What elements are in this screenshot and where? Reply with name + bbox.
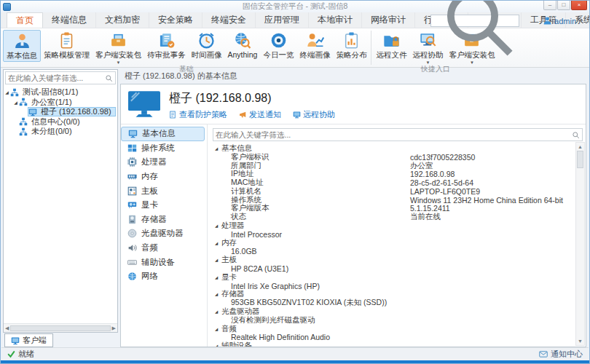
scroll-up-icon[interactable]: ▲	[578, 143, 583, 151]
expander-icon[interactable]: ◢	[211, 292, 221, 296]
user-icon	[543, 16, 552, 25]
expander-icon[interactable]: ◢	[211, 223, 221, 228]
expander-icon[interactable]: ◢	[211, 327, 221, 331]
app-window: 固信安全管控平台 - 测试-固信8 – □ × 首页 终端信息 文档加密 安全策…	[0, 0, 590, 364]
maximize-button[interactable]: □	[557, 1, 570, 10]
vertical-scrollbar[interactable]: ▲ ▼	[575, 142, 585, 346]
detail-row[interactable]: ◢ 显卡	[211, 273, 573, 282]
nav-gpu[interactable]: 显卡	[121, 198, 205, 213]
menu-tab[interactable]: 终端信息	[43, 12, 96, 28]
device-title: 橙子 (192.168.0.98)	[169, 91, 335, 106]
send-notification-link[interactable]: 发送通知	[239, 109, 281, 120]
nav-aux-devices[interactable]: 辅助设备	[121, 255, 205, 269]
expander-icon[interactable]: ◢	[211, 344, 221, 347]
menu-tab[interactable]: 安全策略	[149, 12, 202, 28]
expander-icon[interactable]: ◢	[4, 90, 10, 95]
device-tree: ◢ 测试-固信8(1/1) ◢ 办公室(1/1) 橙子 (192.168.0.9…	[4, 86, 117, 323]
detail-row[interactable]: ◢ Intel Processor	[211, 230, 573, 239]
menu-tab[interactable]: 文档加密	[96, 12, 149, 28]
expander-icon[interactable]: ◢	[211, 146, 221, 151]
details-filter-box[interactable]	[213, 128, 583, 141]
tree-node-ungrouped[interactable]: 未分组(0/0)	[4, 127, 117, 137]
detail-row[interactable]: ◢ 辅助设备	[211, 341, 573, 347]
tree-filter-box[interactable]	[5, 71, 116, 84]
nav-os[interactable]: 操作系统	[121, 141, 205, 156]
globe-search-icon	[233, 31, 251, 50]
nav-motherboard[interactable]: 主板	[121, 183, 205, 198]
ribbon-today-overview-button[interactable]: 今日一览	[260, 30, 296, 60]
detail-label: Realtek High Definition Audio	[231, 333, 410, 341]
detail-row[interactable]: ◢ HP 8C2A (U3E1)	[211, 264, 573, 273]
ribbon-client-installer-button[interactable]: 客户端安装包 ▼	[93, 30, 144, 65]
menu-tab[interactable]: 本地审计	[309, 12, 362, 28]
scroll-left-icon[interactable]: ◀	[5, 325, 9, 331]
ribbon-pending-approvals-button[interactable]: 待审批事务	[144, 30, 189, 60]
disc-icon	[127, 229, 137, 238]
tree-node-info-center[interactable]: 信息中心(0/0)	[4, 117, 117, 127]
user-menu[interactable]: admin ▼	[543, 15, 583, 27]
chart-clipboard-icon	[342, 31, 361, 50]
monitor-search-icon	[419, 31, 437, 50]
detail-row[interactable]: ◢ 16.0GB	[211, 248, 573, 256]
tree-node-office[interactable]: ◢ 办公室(1/1)	[4, 98, 117, 108]
details-list: ◢ 基本信息 ◢ 客户端标识 cdc13f7005228350	[211, 144, 573, 347]
minimize-button[interactable]: –	[543, 1, 556, 10]
disk-icon	[127, 215, 137, 224]
scroll-down-icon[interactable]: ▼	[578, 337, 583, 345]
detail-row[interactable]: ◢ 953GB KBG50ZNV1T02 KIOXIA (未知 (SSD))	[211, 298, 573, 307]
tab-client[interactable]: 客户端	[4, 333, 53, 347]
detail-row[interactable]: ◢ 状态 当前在线	[211, 213, 573, 221]
nav-cpu[interactable]: 处理器	[121, 155, 205, 170]
nav-optical-drive[interactable]: 光盘驱动器	[121, 226, 205, 241]
ribbon-anything-button[interactable]: Anything	[225, 30, 261, 59]
nav-basic-info[interactable]: 基本信息	[121, 127, 205, 141]
scroll-right-icon[interactable]: ▶	[112, 325, 116, 331]
details-filter-input[interactable]	[213, 130, 572, 139]
expander-icon[interactable]: ◢	[211, 258, 221, 262]
detail-row[interactable]: ◢ 内存	[211, 239, 573, 248]
group-icon	[10, 88, 19, 97]
ribbon-remote-files-button[interactable]: 远程文件	[373, 30, 409, 60]
ribbon-policy-distribution-button[interactable]: 策略分布	[333, 30, 369, 60]
documents-icon	[157, 31, 176, 50]
quick-search-box[interactable]	[430, 15, 519, 27]
horizontal-scrollbar[interactable]: ◀ ▶	[4, 323, 117, 332]
expander-icon[interactable]: ◢	[211, 309, 221, 314]
nav-storage[interactable]: 存储器	[121, 213, 205, 227]
menu-tab[interactable]: 网络审计	[362, 12, 415, 28]
view-policy-link[interactable]: 查看防护策略	[169, 109, 227, 120]
detail-row[interactable]: ◢ Realtek High Definition Audio	[211, 333, 573, 342]
menu-tab[interactable]: 首页	[7, 12, 43, 28]
scrollbar-thumb[interactable]	[577, 151, 583, 168]
detail-row[interactable]: ◢ 主板	[211, 256, 573, 264]
ribbon-group-basic: 基本信息 策略模板管理 客户端安装包 ▼ 待审批事务 时间画像	[3, 28, 369, 67]
tree-filter-input[interactable]	[6, 74, 105, 82]
ribbon-time-portrait-button[interactable]: 时间画像	[189, 30, 225, 60]
status-bar: 就绪 通知中心	[1, 347, 589, 360]
expander-icon[interactable]: ◢	[12, 100, 19, 105]
notification-center-button[interactable]: 通知中心	[539, 349, 583, 360]
remote-assist-link[interactable]: 远程协助	[293, 109, 335, 120]
detail-row[interactable]: ◢ Intel Iris Xe Graphics (HP)	[211, 282, 573, 290]
menu-tab[interactable]: 应用管理	[256, 12, 309, 28]
search-icon	[437, 0, 519, 76]
expander-icon[interactable]: ◢	[211, 241, 221, 245]
nav-network[interactable]: 网络	[121, 269, 205, 284]
ribbon-basic-info-button[interactable]: 基本信息	[3, 30, 41, 62]
nav-audio[interactable]: 音频	[121, 241, 205, 256]
expander-icon[interactable]: ◢	[211, 275, 221, 280]
network-icon	[127, 272, 137, 281]
detail-row[interactable]: ◢ 没有检测到光纤磁盘驱动	[211, 316, 573, 325]
detail-row[interactable]: ◢ 音频	[211, 325, 573, 333]
menu-tab[interactable]: 终端安全	[202, 12, 256, 28]
ribbon-policy-template-button[interactable]: 策略模板管理	[41, 30, 93, 60]
scrollbar-thumb[interactable]	[10, 325, 110, 331]
ribbon-terminal-portrait-button[interactable]: 终端画像	[296, 30, 333, 60]
detail-row[interactable]: ◢ 处理器	[211, 221, 573, 230]
speaker-icon	[127, 243, 137, 253]
quick-search-input[interactable]	[431, 17, 437, 25]
tree-node-root[interactable]: ◢ 测试-固信8(1/1)	[4, 87, 117, 98]
tree-node-client-selected[interactable]: 橙子 (192.168.0.98)	[4, 107, 117, 117]
close-button[interactable]: ×	[571, 1, 587, 10]
nav-memory[interactable]: 内存	[121, 170, 205, 184]
